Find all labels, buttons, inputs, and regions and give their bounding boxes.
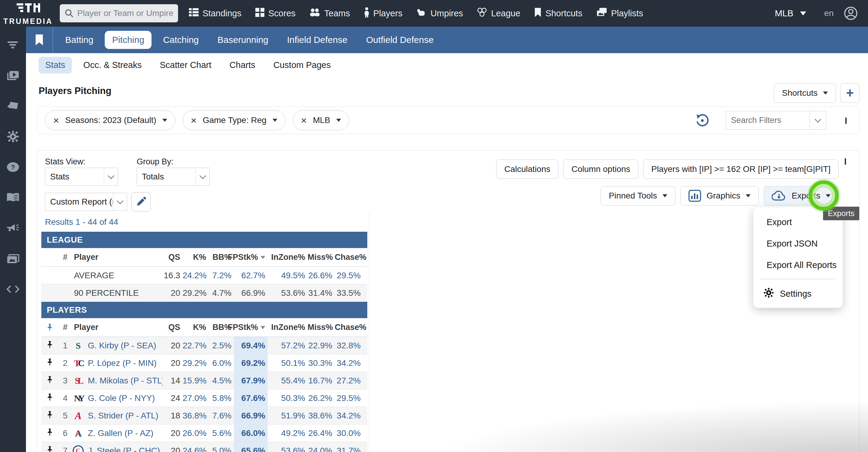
column-header[interactable]: Miss% [308, 253, 335, 262]
player-link[interactable]: G. Cole (P - NYY) [88, 393, 155, 403]
global-search-input[interactable] [77, 8, 173, 18]
view-tab-custom-pages[interactable]: Custom Pages [267, 57, 337, 74]
column-header-sorted[interactable]: FPStk% [234, 253, 268, 262]
inzone-pct-value[interactable]: 50.3% [268, 393, 308, 403]
player-link[interactable]: J. Steele (P - CHC) [88, 446, 160, 452]
view-tab-scatter-chart[interactable]: Scatter Chart [153, 57, 218, 74]
sidebar-item-media-gallery[interactable] [0, 244, 26, 274]
topnav-item-players[interactable]: Players [364, 7, 403, 20]
remove-filter-icon[interactable]: × [191, 115, 197, 125]
sidebar-item-video-library[interactable] [0, 61, 26, 91]
pin-row-button[interactable] [41, 393, 58, 403]
results-count-link[interactable]: Results 1 - 44 of 44 [41, 212, 367, 232]
column-header[interactable]: InZone% [268, 253, 308, 262]
pin-row-button[interactable] [41, 411, 58, 421]
player-link[interactable]: M. Mikolas (P - STL) [88, 376, 163, 386]
bb-pct-value[interactable]: 5.6% [209, 428, 234, 438]
view-tab-stats[interactable]: Stats [39, 57, 72, 74]
custom-report-select[interactable]: Custom Report (me) [45, 193, 127, 211]
miss-pct-value[interactable]: 38.6% [308, 411, 335, 421]
column-header[interactable]: InZone% [268, 323, 308, 332]
topnav-item-standings[interactable]: Standings [189, 8, 242, 19]
collapse-filters-button[interactable] [845, 117, 846, 123]
calculations-button[interactable]: Calculations [496, 160, 559, 179]
fpstk-pct-value-sorted[interactable]: 69.2% [234, 355, 268, 372]
nav-tab-baserunning[interactable]: Baserunning [210, 31, 276, 49]
chase-pct-value[interactable]: 30.0% [335, 428, 363, 438]
sidebar-item-settings[interactable] [0, 122, 26, 152]
column-options-button[interactable]: Column options [563, 160, 638, 179]
k-pct-value[interactable]: 24.6% [183, 446, 209, 452]
trumedia-logo[interactable]: TRUMEDIA [0, 1, 56, 26]
view-tab-charts[interactable]: Charts [223, 57, 262, 74]
topnav-item-playlists[interactable]: Playlists [596, 7, 643, 19]
language-toggle[interactable]: en [824, 8, 834, 18]
inzone-pct-value[interactable]: 57.2% [268, 341, 308, 350]
column-header[interactable]: K% [183, 253, 209, 262]
nav-tab-catching[interactable]: Catching [156, 31, 206, 49]
chase-pct-value[interactable]: 31.7% [335, 446, 363, 452]
inzone-pct-value[interactable]: 55.4% [268, 376, 308, 386]
sidebar-item-filter[interactable] [0, 30, 26, 61]
add-shortcut-button[interactable]: + [840, 83, 860, 103]
k-pct-value[interactable]: 26.0% [183, 428, 209, 438]
fpstk-pct-value-sorted[interactable]: 67.9% [234, 372, 268, 390]
miss-pct-value[interactable]: 22.9% [308, 341, 335, 350]
topnav-item-scores[interactable]: Scores [255, 8, 296, 19]
sidebar-item-help[interactable]: ? [0, 152, 26, 183]
miss-pct-value[interactable]: 26.2% [308, 393, 335, 403]
bb-pct-value[interactable]: 7.6% [209, 411, 234, 421]
remove-filter-icon[interactable]: × [301, 115, 307, 125]
league-selector[interactable]: MLB [775, 8, 806, 19]
bb-pct-value[interactable]: 2.5% [209, 341, 234, 350]
view-tab-occ-streaks[interactable]: Occ. & Streaks [77, 57, 148, 74]
miss-pct-value[interactable]: 26.4% [308, 428, 335, 438]
miss-pct-value[interactable]: 16.7% [308, 376, 335, 386]
topnav-item-shortcuts[interactable]: Shortcuts [534, 7, 583, 19]
inzone-pct-value[interactable]: 53.6% [268, 446, 308, 452]
bb-pct-value[interactable]: 5.0% [209, 446, 234, 452]
pin-row-button[interactable] [41, 428, 58, 439]
chase-pct-value[interactable]: 29.5% [335, 393, 363, 403]
sidebar-item-embed-code[interactable] [0, 274, 26, 305]
bb-pct-value[interactable]: 4.5% [209, 376, 234, 386]
player-link[interactable]: Z. Gallen (P - AZ) [88, 428, 153, 438]
collapse-panel-button[interactable] [845, 158, 846, 164]
column-header[interactable]: Chase% [335, 253, 363, 262]
k-pct-value[interactable]: 27.0% [183, 393, 209, 403]
fpstk-pct-value-sorted[interactable]: 66.9% [234, 407, 268, 424]
topnav-item-umpires[interactable]: Umpires [416, 8, 463, 19]
graphics-button[interactable]: Graphics [680, 186, 759, 205]
k-pct-value[interactable]: 24.2% [183, 271, 209, 280]
rank-column-header[interactable]: # [58, 323, 72, 332]
k-pct-value[interactable]: 29.2% [183, 358, 209, 368]
rank-column-header[interactable]: # [58, 253, 72, 262]
stats-view-select[interactable]: Stats [45, 168, 118, 186]
column-header-sorted[interactable]: FPStk% [234, 323, 268, 332]
column-header[interactable]: Miss% [308, 323, 335, 332]
inzone-pct-value[interactable]: 51.9% [268, 411, 308, 421]
miss-pct-value[interactable]: 24.0% [308, 446, 335, 452]
bb-pct-value[interactable]: 5.8% [209, 393, 234, 403]
column-header[interactable]: Chase% [335, 323, 363, 332]
exports-menu-item-export-all-reports[interactable]: Export All Reports [753, 254, 843, 276]
miss-pct-value[interactable]: 30.3% [308, 358, 335, 368]
account-icon[interactable] [844, 6, 858, 20]
nav-tab-pitching[interactable]: Pitching [105, 31, 152, 49]
player-link[interactable]: P. López (P - MIN) [88, 358, 157, 368]
chase-pct-value[interactable]: 27.2% [335, 376, 363, 386]
pin-row-button[interactable] [41, 341, 58, 351]
pin-row-button[interactable] [41, 446, 58, 452]
topnav-item-league[interactable]: League [477, 7, 520, 19]
search-filters-input[interactable] [726, 111, 809, 129]
nav-tab-infield-defense[interactable]: Infield Defense [280, 31, 354, 49]
bb-pct-value[interactable]: 6.0% [209, 358, 234, 368]
fpstk-pct-value-sorted[interactable]: 66.0% [234, 424, 268, 442]
fpstk-pct-value-sorted[interactable]: 69.4% [234, 337, 268, 355]
column-header[interactable]: QS [163, 253, 183, 262]
global-search[interactable] [60, 4, 178, 22]
pin-column-header[interactable] [41, 323, 58, 332]
nav-tab-batting[interactable]: Batting [58, 31, 100, 49]
history-icon[interactable] [695, 113, 709, 127]
group-by-select[interactable]: Totals [137, 168, 210, 186]
